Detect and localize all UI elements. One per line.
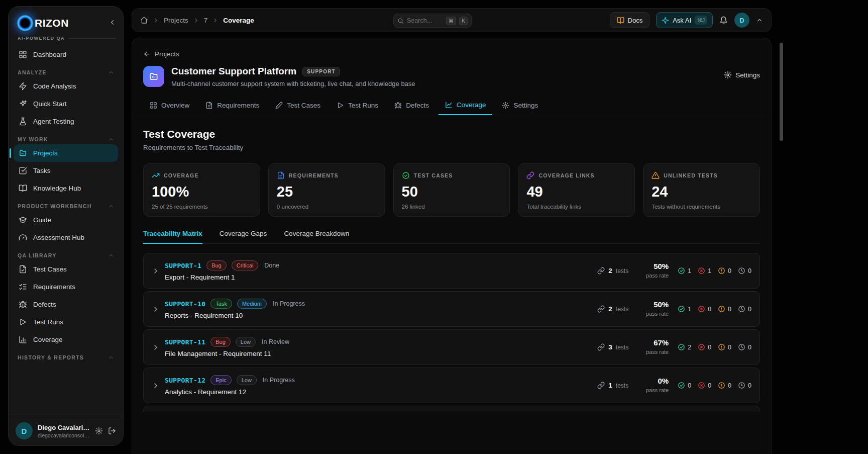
sidebar-item-dashboard[interactable]: Dashboard (14, 46, 118, 63)
status-text: Done (264, 262, 279, 269)
tab-coverage[interactable]: Coverage (439, 97, 493, 115)
tab-overview[interactable]: Overview (143, 97, 196, 115)
sidebar-collapse-button[interactable] (108, 19, 116, 28)
section-header-product-workbench[interactable]: PRODUCT WORKBENCH (18, 203, 114, 209)
pass-rate: 67% pass rate (637, 338, 669, 356)
play-icon (19, 318, 27, 326)
sidebar-item-requirements[interactable]: Requirements (14, 278, 118, 296)
bar-chart-icon (19, 335, 27, 344)
tab-requirements[interactable]: Requirements (199, 97, 266, 115)
subtab-coverage-breakdown[interactable]: Coverage Breakdown (284, 230, 349, 243)
back-link[interactable]: Projects (143, 50, 771, 58)
chevron-up-icon[interactable] (756, 17, 763, 24)
stat-value: 50 (402, 184, 502, 200)
home-icon[interactable] (140, 16, 148, 24)
link-icon (526, 171, 534, 179)
bell-icon[interactable] (719, 16, 728, 25)
project-settings-button[interactable]: Settings (724, 71, 760, 79)
search-input[interactable]: Search... ⌘ K (393, 14, 472, 28)
blocked-count: 0 (718, 267, 731, 275)
stat-value: 25 (277, 184, 377, 200)
status-text: In Review (262, 338, 289, 345)
sidebar-user-footer: D Diego Cavalari Con... diegocavalaricon… (9, 416, 123, 445)
project-tabs: Overview Requirements Test Cases Test Ru… (132, 97, 771, 115)
clock-icon (738, 343, 745, 351)
book-icon (617, 17, 624, 24)
requirement-id: SUPPORT-12 (165, 377, 205, 384)
tab-test-runs[interactable]: Test Runs (330, 97, 385, 115)
stat-card-requirements: REQUIREMENTS 25 0 uncovered (268, 163, 385, 217)
breadcrumb-project-id[interactable]: 7 (204, 17, 208, 24)
priority-badge: Critical (232, 260, 259, 271)
sidebar-item-agent-testing[interactable]: Agent Testing (14, 113, 118, 130)
ask-ai-button[interactable]: Ask AI ⌘J (656, 12, 713, 28)
sidebar-item-projects[interactable]: Projects (14, 144, 118, 162)
breadcrumb-projects[interactable]: Projects (164, 17, 188, 24)
graduation-cap-icon (19, 216, 27, 224)
expand-chevron-icon[interactable] (152, 305, 160, 313)
alert-circle-icon (718, 267, 725, 275)
type-badge: Epic (210, 375, 231, 386)
tab-defects[interactable]: Defects (388, 97, 436, 115)
clock-icon (738, 267, 745, 275)
gear-icon (724, 71, 732, 79)
grid-icon (19, 50, 27, 59)
chevron-right-icon (153, 17, 159, 24)
project-description: Multi-channel customer support system wi… (171, 80, 415, 87)
traceability-rows: SUPPORT-1 Bug Critical Done Export - Req… (143, 253, 760, 412)
table-row-partial[interactable] (143, 406, 760, 412)
avatar[interactable]: D (16, 422, 33, 439)
passed-count: 2 (678, 343, 691, 351)
clock-icon (738, 305, 745, 313)
passed-count: 1 (678, 305, 691, 313)
zap-icon (19, 82, 27, 90)
scrollbar-thumb[interactable] (780, 43, 783, 141)
expand-chevron-icon[interactable] (152, 343, 160, 351)
section-header-my-work[interactable]: MY WORK (18, 136, 114, 142)
sidebar-item-defects[interactable]: Defects (14, 296, 118, 313)
subtab-traceability-matrix[interactable]: Traceability Matrix (143, 230, 202, 244)
x-circle-icon (698, 267, 705, 275)
section-header-analyze[interactable]: ANALYZE (18, 69, 114, 75)
failed-count: 1 (698, 267, 711, 275)
sidebar-item-knowledge-hub[interactable]: Knowledge Hub (14, 179, 118, 197)
table-row[interactable]: SUPPORT-11 Bug Low In Review File Manage… (143, 329, 760, 365)
sidebar-item-test-cases[interactable]: Test Cases (14, 260, 118, 278)
check-circle-icon (402, 171, 410, 179)
table-row[interactable]: SUPPORT-12 Epic Low In Progress Analytic… (143, 368, 760, 403)
check-circle-icon (678, 267, 685, 275)
expand-chevron-icon[interactable] (152, 382, 160, 390)
tab-settings[interactable]: Settings (495, 97, 545, 115)
linked-tests: 1 tests (597, 382, 628, 389)
user-name: Diego Cavalari Con... (38, 424, 90, 431)
expand-chevron-icon[interactable] (152, 267, 160, 275)
sidebar-item-quick-start[interactable]: Quick Start (14, 95, 118, 113)
sidebar-item-code-analysis[interactable]: Code Analysis (14, 77, 118, 95)
chevron-up-icon (108, 69, 114, 75)
tagline: AI-POWERED QA (9, 34, 123, 45)
subtab-coverage-gaps[interactable]: Coverage Gaps (220, 230, 267, 243)
alert-circle-icon (718, 382, 725, 389)
section-header-qa-library[interactable]: QA LIBRARY (18, 252, 114, 258)
sidebar-item-tasks[interactable]: Tasks (14, 162, 118, 179)
sidebar: RIZON AI-POWERED QA Dashboard ANALYZE Co… (8, 6, 124, 446)
log-out-icon[interactable] (108, 427, 116, 435)
avatar[interactable]: D (734, 13, 749, 28)
tab-test-cases[interactable]: Test Cases (269, 97, 327, 115)
kbd-cmd: ⌘ (446, 17, 456, 25)
stat-subtext: 26 linked (402, 204, 502, 210)
sidebar-item-coverage[interactable]: Coverage (14, 331, 118, 348)
sidebar-item-test-runs[interactable]: Test Runs (14, 313, 118, 331)
docs-button[interactable]: Docs (610, 12, 650, 28)
stat-subtext: Total traceability links (526, 204, 626, 210)
table-row[interactable]: SUPPORT-1 Bug Critical Done Export - Req… (143, 253, 760, 289)
linked-tests: 2 tests (597, 267, 628, 275)
sidebar-item-guide[interactable]: Guide (14, 211, 118, 229)
folder-icon (149, 71, 159, 81)
table-row[interactable]: SUPPORT-10 Task Medium In Progress Repor… (143, 291, 760, 327)
coverage-content: Test Coverage Requirements to Test Trace… (132, 128, 771, 412)
flask-icon (19, 117, 27, 126)
section-header-history-reports[interactable]: HISTORY & REPORTS (18, 354, 114, 360)
sidebar-item-assessment-hub[interactable]: Assessment Hub (14, 229, 118, 246)
gear-icon[interactable] (95, 427, 103, 435)
